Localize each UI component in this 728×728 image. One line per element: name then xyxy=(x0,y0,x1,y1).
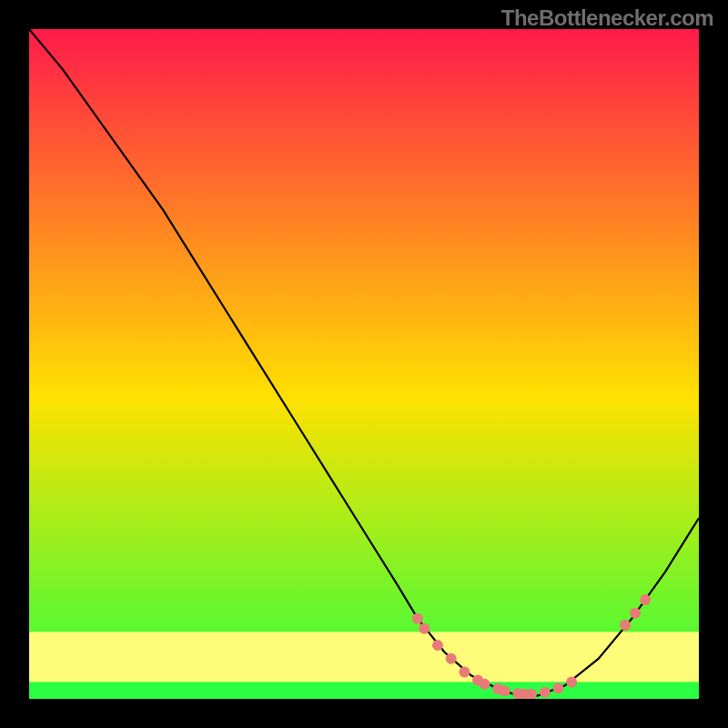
highlight-dot xyxy=(620,620,631,631)
highlight-dot xyxy=(412,613,423,624)
highlight-dot xyxy=(552,682,563,693)
highlight-dot xyxy=(640,594,651,605)
highlight-dot xyxy=(540,687,551,698)
highlight-dot xyxy=(630,608,641,619)
highlight-dot xyxy=(500,685,511,696)
highlight-dot xyxy=(479,679,490,690)
highlight-dot xyxy=(419,623,430,634)
chart-svg xyxy=(29,29,699,699)
highlight-dot xyxy=(459,667,470,678)
highlight-dot xyxy=(566,677,577,688)
highlight-dot xyxy=(446,653,457,664)
green-band xyxy=(29,682,699,699)
yellow-band xyxy=(29,632,699,682)
plot-area xyxy=(29,29,699,699)
watermark-text: TheBottlenecker.com xyxy=(501,5,713,31)
highlight-dot xyxy=(432,640,443,651)
gradient-background xyxy=(29,29,699,699)
